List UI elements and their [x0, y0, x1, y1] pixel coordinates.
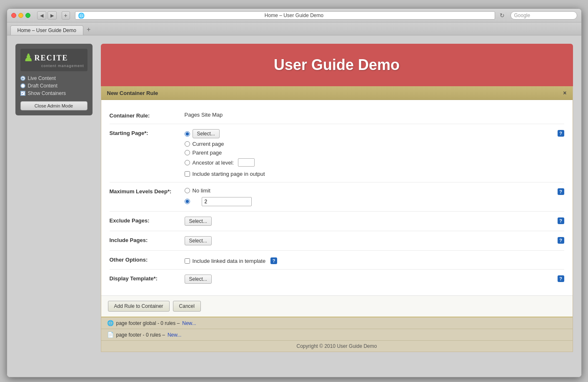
tab-bar: Home – User Guide Demo +	[7, 22, 581, 35]
traffic-lights	[11, 13, 30, 18]
max-levels-radio-group: No limit	[185, 187, 552, 206]
starting-page-select-button[interactable]: Select...	[193, 129, 220, 138]
exclude-pages-control: Select...	[185, 217, 552, 226]
linked-data-checkbox[interactable]	[185, 258, 190, 264]
starting-page-help: ?	[552, 129, 564, 137]
nav-buttons: ◀ ▶	[37, 11, 57, 20]
browser-window: ◀ ▶ + 🌐 ↻ Google Home – User Guide Demo …	[7, 8, 582, 377]
search-bar[interactable]: Google	[510, 11, 577, 20]
levels-value-radio[interactable]	[185, 199, 190, 204]
display-template-row: Display Template*: Select... ?	[110, 270, 564, 289]
container-rule-row: Container Rule: Pages Site Map	[110, 107, 564, 124]
display-template-select-button[interactable]: Select...	[185, 275, 212, 284]
include-pages-select-button[interactable]: Select...	[185, 236, 212, 245]
live-content-radio[interactable]	[20, 76, 25, 81]
current-page-label: Current page	[193, 141, 224, 147]
reload-button[interactable]: ↻	[500, 12, 505, 19]
footer-container-row-0: 🌐 page footer global - 0 rules – New...	[101, 317, 573, 329]
starting-page-radio-group: Select... Current page Parent page	[185, 129, 552, 177]
footer-container-text-1: page footer - 0 rules –	[116, 332, 165, 338]
close-admin-button[interactable]: Close Admin Mode	[20, 101, 88, 110]
parent-page-radio[interactable]	[185, 150, 190, 155]
main-panel: User Guide Demo New Container Rule × Con…	[101, 44, 573, 369]
cancel-button[interactable]: Cancel	[173, 301, 201, 312]
browser-titlebar: ◀ ▶ + 🌐 ↻ Google Home – User Guide Demo	[7, 9, 581, 22]
exclude-pages-help: ?	[552, 217, 564, 224]
include-starting-label: Include starting page in output	[193, 171, 265, 177]
add-tab-button[interactable]: +	[83, 24, 94, 35]
new-tab-button[interactable]: +	[62, 11, 70, 20]
container-rule-value: Pages Site Map	[185, 112, 552, 118]
page-title: User Guide Demo	[109, 56, 565, 74]
globe-container-icon: 🌐	[107, 320, 114, 326]
close-button[interactable]	[11, 13, 16, 18]
no-limit-radio[interactable]	[185, 188, 190, 193]
max-levels-label: Maximum Levels Deep*:	[110, 187, 185, 195]
include-starting-row: Include starting page in output	[185, 171, 552, 177]
no-limit-row: No limit	[185, 187, 552, 194]
display-template-label: Display Template*:	[110, 275, 185, 282]
other-options-control: Include linked data in template ?	[185, 256, 552, 264]
forward-button[interactable]: ▶	[48, 11, 57, 20]
dialog-header: New Container Rule ×	[101, 86, 573, 100]
ancestor-radio[interactable]	[185, 160, 190, 165]
page-container-icon: 📄	[107, 332, 114, 338]
starting-page-select-row: Select...	[185, 129, 552, 138]
draft-content-radio[interactable]	[20, 83, 25, 88]
exclude-pages-help-icon[interactable]: ?	[558, 217, 564, 224]
other-options-checkbox-row: Include linked data in template ?	[185, 257, 552, 264]
max-levels-help: ?	[552, 187, 564, 195]
minimize-button[interactable]	[18, 13, 23, 18]
other-options-help	[552, 256, 564, 257]
include-starting-checkbox[interactable]	[185, 171, 190, 177]
sidebar-item-draft-content[interactable]: Draft Content	[20, 82, 88, 90]
recite-logo: ♟ RECITE content management	[20, 49, 88, 71]
page-header: User Guide Demo	[101, 44, 573, 86]
container-rule-help	[552, 112, 564, 112]
search-placeholder: Google	[514, 12, 530, 18]
exclude-pages-row: Exclude Pages: Select... ?	[110, 212, 564, 231]
dialog-container: New Container Rule × Container Rule: Pag…	[101, 86, 573, 352]
footer-container-text-0: page footer global - 0 rules –	[116, 320, 180, 326]
browser-tab[interactable]: Home – User Guide Demo	[10, 25, 83, 35]
sidebar-item-live-content[interactable]: Live Content	[20, 75, 88, 82]
max-levels-help-icon[interactable]: ?	[558, 188, 564, 195]
exclude-pages-select-button[interactable]: Select...	[185, 217, 212, 226]
footer-container-new-1[interactable]: New...	[168, 332, 181, 338]
linked-data-help-icon[interactable]: ?	[270, 257, 277, 264]
back-button[interactable]: ◀	[37, 11, 46, 20]
starting-page-select-radio[interactable]	[185, 131, 190, 137]
sidebar-item-show-containers[interactable]: ✓ Show Containers	[20, 90, 88, 97]
live-content-label: Live Content	[28, 75, 56, 81]
no-limit-label: No limit	[193, 187, 210, 194]
container-rule-label: Container Rule:	[110, 112, 185, 119]
starting-page-help-icon[interactable]: ?	[558, 130, 564, 137]
include-pages-help-icon[interactable]: ?	[558, 237, 564, 244]
parent-page-label: Parent page	[193, 150, 222, 156]
display-template-help-icon[interactable]: ?	[558, 275, 564, 282]
footer-container-row-1: 📄 page footer - 0 rules – New...	[101, 329, 573, 341]
add-rule-button[interactable]: Add Rule to Container	[108, 301, 170, 312]
parent-page-row: Parent page	[185, 150, 552, 156]
sidebar-nav: Live Content Draft Content ✓ Show Contai…	[20, 75, 88, 97]
show-containers-checkbox[interactable]: ✓	[20, 91, 25, 96]
starting-page-row: Starting Page*: Select...	[110, 124, 564, 182]
footer-container-new-0[interactable]: New...	[182, 320, 196, 326]
ancestor-label: Ancestor at level:	[193, 160, 234, 166]
starting-page-label: Starting Page*:	[110, 129, 185, 136]
levels-value-input[interactable]	[202, 197, 252, 206]
browser-content: ♟ RECITE content management Live Content…	[7, 35, 581, 377]
dialog-close-button[interactable]: ×	[563, 90, 566, 96]
globe-icon: 🌐	[78, 12, 85, 19]
max-levels-row: Maximum Levels Deep*: No limit	[110, 182, 564, 212]
draft-content-label: Draft Content	[28, 83, 58, 89]
ancestor-level-input[interactable]	[238, 158, 255, 167]
maximize-button[interactable]	[25, 13, 30, 18]
show-containers-label: Show Containers	[28, 90, 66, 96]
linked-data-label: Include linked data in template	[193, 258, 266, 264]
current-page-radio[interactable]	[185, 141, 190, 147]
max-levels-control: No limit	[185, 187, 552, 206]
dialog-title: New Container Rule	[107, 90, 158, 96]
include-pages-row: Include Pages: Select... ?	[110, 231, 564, 251]
recite-logo-text: RECITE	[35, 54, 68, 62]
